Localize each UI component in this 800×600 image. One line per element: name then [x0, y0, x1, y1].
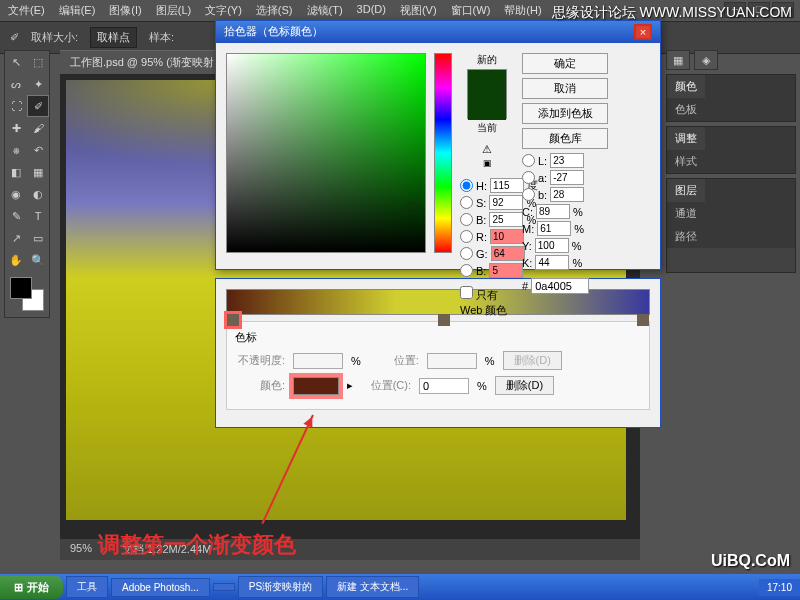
color-swatches[interactable]: [10, 277, 44, 311]
ok-button[interactable]: 确定: [522, 53, 608, 74]
task-item[interactable]: [213, 583, 235, 591]
tab-adjust[interactable]: 调整: [667, 127, 705, 150]
watermark-bottom: UiBQ.CoM: [711, 552, 790, 570]
blur-tool[interactable]: ◉: [5, 183, 27, 205]
add-swatch-button[interactable]: 添加到色板: [522, 103, 608, 124]
chevron-right-icon[interactable]: ▸: [347, 379, 353, 392]
radio-b[interactable]: [460, 213, 473, 226]
input-g[interactable]: [491, 246, 525, 261]
input-hex[interactable]: [531, 278, 589, 294]
color-cursor[interactable]: [407, 202, 417, 212]
zoom-tool[interactable]: 🔍: [27, 249, 49, 271]
start-button[interactable]: ⊞开始: [0, 576, 63, 599]
opacity-input: [293, 353, 343, 369]
document-tab[interactable]: 工作图.psd @ 95% (渐变映射: [60, 50, 224, 74]
input-y[interactable]: [535, 238, 569, 253]
menu-select[interactable]: 选择(S): [256, 3, 293, 18]
panel-icon-1[interactable]: ▦: [666, 50, 690, 70]
cancel-button[interactable]: 取消: [522, 78, 608, 99]
wand-tool[interactable]: ✦: [27, 73, 49, 95]
radio-a[interactable]: [522, 171, 535, 184]
eyedropper-icon: ✐: [10, 31, 19, 44]
eyedropper-tool[interactable]: ✐: [27, 95, 49, 117]
menu-file[interactable]: 文件(E): [8, 3, 45, 18]
radio-s[interactable]: [460, 196, 473, 209]
history-brush-tool[interactable]: ↶: [27, 139, 49, 161]
annotation-text: 调整第一个渐变颜色: [98, 530, 296, 560]
task-item[interactable]: 工具: [66, 576, 108, 598]
tab-layers[interactable]: 图层: [667, 179, 705, 202]
tab-channels[interactable]: 通道: [667, 202, 705, 225]
tab-paths[interactable]: 路径: [667, 225, 705, 248]
input-l[interactable]: [550, 153, 584, 168]
menu-view[interactable]: 视图(V): [400, 3, 437, 18]
task-item[interactable]: Adobe Photosh...: [111, 578, 210, 597]
pos1-input: [427, 353, 477, 369]
cube-icon[interactable]: ▣: [483, 158, 492, 168]
input-m[interactable]: [537, 221, 571, 236]
taskbar: ⊞开始 工具 Adobe Photosh... PS渐变映射的 新建 文本文档.…: [0, 574, 800, 600]
hue-slider[interactable]: [434, 53, 452, 253]
tab-color[interactable]: 颜色: [667, 75, 705, 98]
color-chip[interactable]: [293, 377, 339, 395]
color-lib-button[interactable]: 颜色库: [522, 128, 608, 149]
menu-help[interactable]: 帮助(H): [504, 3, 541, 18]
system-tray[interactable]: 17:10: [759, 579, 800, 596]
brush-tool[interactable]: 🖌: [27, 117, 49, 139]
crop-tool[interactable]: ⛶: [5, 95, 27, 117]
lasso-tool[interactable]: ᔕ: [5, 73, 27, 95]
dodge-tool[interactable]: ◐: [27, 183, 49, 205]
zoom-level[interactable]: 95%: [70, 542, 92, 557]
menu-3d[interactable]: 3D(D): [357, 3, 386, 18]
input-a[interactable]: [550, 170, 584, 185]
pos2-input[interactable]: [419, 378, 469, 394]
radio-h[interactable]: [460, 179, 473, 192]
task-item[interactable]: 新建 文本文档...: [326, 576, 419, 598]
color-picker-dialog: 拾色器（色标颜色） × 新的 当前 ⚠ ▣ H:度 S:% B:% R: G: …: [215, 20, 661, 270]
input-s[interactable]: [489, 195, 523, 210]
menu-edit[interactable]: 编辑(E): [59, 3, 96, 18]
menu-filter[interactable]: 滤镜(T): [307, 3, 343, 18]
stamp-tool[interactable]: ⎈: [5, 139, 27, 161]
menu-image[interactable]: 图像(I): [109, 3, 141, 18]
radio-l[interactable]: [522, 154, 535, 167]
input-h[interactable]: [490, 178, 524, 193]
pos2-label: 位置(C):: [361, 378, 411, 393]
sample-size-dropdown[interactable]: 取样点: [90, 27, 137, 48]
move-tool[interactable]: ↖: [5, 51, 27, 73]
menu-type[interactable]: 文字(Y): [205, 3, 242, 18]
input-k[interactable]: [535, 255, 569, 270]
warning-icon[interactable]: ⚠: [482, 143, 492, 155]
radio-lab-b[interactable]: [522, 188, 535, 201]
input-lab-b[interactable]: [550, 187, 584, 202]
delete2-button[interactable]: 删除(D): [495, 376, 554, 395]
input-r[interactable]: [490, 229, 524, 244]
tab-styles[interactable]: 样式: [667, 150, 705, 173]
eraser-tool[interactable]: ◧: [5, 161, 27, 183]
menu-layer[interactable]: 图层(L): [156, 3, 191, 18]
web-only-checkbox[interactable]: [460, 286, 473, 299]
tab-swatches[interactable]: 色板: [667, 98, 705, 121]
close-icon[interactable]: ×: [634, 24, 652, 40]
panel-icon-2[interactable]: ◈: [694, 50, 718, 70]
hand-tool[interactable]: ✋: [5, 249, 27, 271]
input-bb[interactable]: [489, 263, 523, 278]
heal-tool[interactable]: ✚: [5, 117, 27, 139]
radio-g[interactable]: [460, 247, 473, 260]
input-c[interactable]: [536, 204, 570, 219]
input-b[interactable]: [489, 212, 523, 227]
task-item[interactable]: PS渐变映射的: [238, 576, 323, 598]
gradient-tool[interactable]: ▦: [27, 161, 49, 183]
new-label: 新的: [460, 53, 514, 67]
pen-tool[interactable]: ✎: [5, 205, 27, 227]
radio-bb[interactable]: [460, 264, 473, 277]
color-panel: 颜色 色板: [666, 74, 796, 122]
menu-window[interactable]: 窗口(W): [451, 3, 491, 18]
radio-r[interactable]: [460, 230, 473, 243]
path-tool[interactable]: ↗: [5, 227, 27, 249]
type-tool[interactable]: T: [27, 205, 49, 227]
color-field[interactable]: [226, 53, 426, 253]
shape-tool[interactable]: ▭: [27, 227, 49, 249]
marquee-tool[interactable]: ⬚: [27, 51, 49, 73]
windows-icon: ⊞: [14, 581, 23, 594]
